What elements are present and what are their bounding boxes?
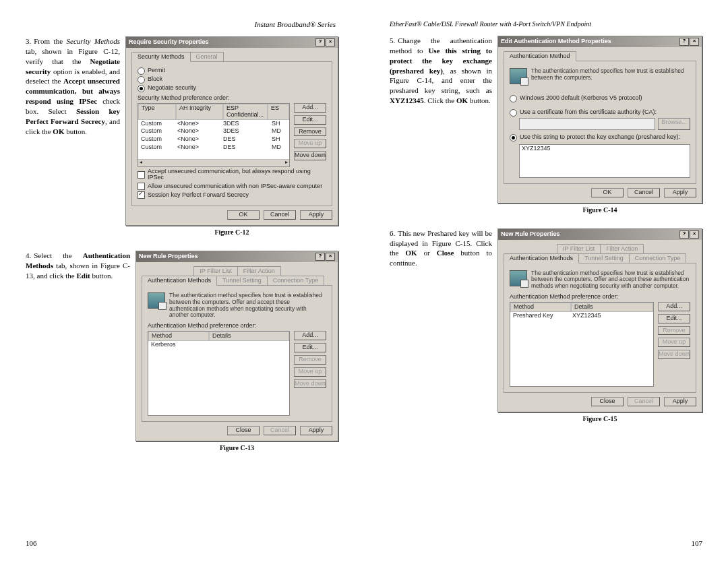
header-right: EtherFast® Cable/DSL Firewall Router wit… (390, 20, 702, 28)
radio-preshared[interactable]: Use this string to protect the key excha… (510, 134, 690, 142)
header-left: Instant Broadband® Series (26, 20, 338, 28)
move-down-button[interactable]: Move down (294, 379, 326, 389)
preshared-key-field[interactable]: XYZ12345 (519, 144, 690, 178)
help-icon[interactable]: ? (679, 38, 689, 46)
check-allow-nonipsec[interactable]: Allow unsecured communication with non I… (138, 183, 326, 190)
add-button[interactable]: Add... (294, 103, 326, 113)
apply-button[interactable]: Apply (664, 188, 696, 197)
page-spread: Instant Broadband® Series 3.From the Sec… (0, 0, 728, 562)
auth-methods-list[interactable]: Method Details Preshared KeyXYZ12345 (510, 302, 654, 387)
figure-c14-caption: Figure C-14 (497, 206, 702, 214)
tab-security-methods[interactable]: Security Methods (131, 52, 191, 62)
close-icon[interactable]: × (326, 253, 335, 261)
step-3-text: 3.From the Security Methods tab, shown i… (26, 36, 120, 241)
pref-order-label: Security Method preference order: (138, 95, 326, 102)
edit-button[interactable]: Edit... (294, 343, 326, 352)
radio-certificate[interactable]: Use a certificate from this certificate … (510, 109, 690, 117)
edit-button[interactable]: Edit... (294, 115, 326, 125)
radio-negotiate[interactable]: Negotiate security (138, 85, 326, 92)
radio-permit[interactable]: Permit (138, 67, 326, 75)
tab-filter-action[interactable]: Filter Action (237, 266, 281, 276)
check-accept-unsecured[interactable]: Accept unsecured communication, but alwa… (138, 168, 326, 182)
ca-path-field[interactable] (519, 118, 655, 130)
step-4-text: 4.Select the Authentication Methods tab,… (26, 251, 130, 457)
step-5: 5.Change the authentication method to Us… (390, 36, 702, 219)
remove-button[interactable]: Remove (658, 326, 690, 336)
step-3-num: 3. (26, 37, 31, 45)
ok-button[interactable]: OK (227, 210, 260, 220)
step-4: 4.Select the Authentication Methods tab,… (26, 251, 338, 457)
tab-ip-filter[interactable]: IP Filter List (557, 244, 601, 254)
tab-conn-type[interactable]: Connection Type (629, 253, 686, 263)
remove-button[interactable]: Remove (294, 127, 326, 137)
apply-button[interactable]: Apply (300, 210, 332, 220)
cancel-button[interactable]: Cancel (264, 426, 296, 435)
table-row: Custom<None>3DESSH (138, 120, 289, 128)
table-row: Custom<None>DESSH (138, 135, 289, 144)
table-row: Kerberos (148, 341, 289, 349)
table-row: Preshared KeyXYZ12345 (510, 312, 653, 320)
tab-tunnel[interactable]: Tunnel Setting (578, 253, 630, 263)
ok-button[interactable]: OK (591, 188, 624, 197)
help-icon[interactable]: ? (315, 253, 325, 261)
table-row: Custom<None>DESMD (138, 144, 289, 152)
figure-c13-block: New Rule Properties ? × IP Filter List F… (135, 251, 338, 457)
dialog-new-rule-c15: New Rule Properties ? × IP Filter List F… (497, 228, 702, 412)
tab-ip-filter[interactable]: IP Filter List (193, 266, 237, 276)
tab-filter-action[interactable]: Filter Action (600, 244, 644, 254)
close-icon[interactable]: × (326, 38, 335, 46)
add-button[interactable]: Add... (294, 331, 326, 340)
page-number-right: 107 (692, 539, 703, 547)
dialog-require-security: Require Security Properties ? × Security… (125, 36, 338, 226)
radio-kerberos[interactable]: Windows 2000 default (Kerberos V5 protoc… (510, 95, 690, 102)
dialog-new-rule-c13: New Rule Properties ? × IP Filter List F… (135, 251, 338, 441)
table-row: Custom<None>3DESMD (138, 127, 289, 135)
move-up-button[interactable]: Move up (294, 139, 326, 148)
move-up-button[interactable]: Move up (658, 338, 690, 347)
page-number-left: 106 (26, 539, 37, 547)
step-6: 6.This new Preshared key will be display… (390, 228, 702, 428)
tab-general[interactable]: General (190, 52, 224, 62)
help-icon[interactable]: ? (679, 230, 689, 239)
dialog-edit-auth-method: Edit Authentication Method Properties ? … (497, 36, 702, 204)
tab-conn-type[interactable]: Connection Type (267, 276, 324, 286)
move-down-button[interactable]: Move down (294, 151, 326, 160)
cancel-button[interactable]: Cancel (628, 397, 660, 406)
auth-icon (510, 270, 527, 286)
move-up-button[interactable]: Move up (294, 367, 326, 377)
radio-block[interactable]: Block (138, 76, 326, 84)
auth-icon (510, 68, 527, 84)
auth-icon (148, 292, 165, 309)
step-6-text: 6.This new Preshared key will be display… (390, 228, 492, 428)
edit-button[interactable]: Edit... (658, 314, 690, 323)
tab-auth-methods[interactable]: Authentication Methods (142, 276, 217, 286)
add-button[interactable]: Add... (658, 302, 690, 311)
cancel-button[interactable]: Cancel (628, 188, 660, 197)
tab-auth-methods[interactable]: Authentication Methods (504, 253, 579, 263)
cancel-button[interactable]: Cancel (264, 210, 296, 220)
security-methods-list[interactable]: Type AH Integrity ESP Confidential... ES… (138, 103, 290, 167)
close-button[interactable]: Close (227, 426, 260, 435)
browse-button[interactable]: Browse... (658, 118, 690, 130)
figure-c14-block: Edit Authentication Method Properties ? … (497, 36, 702, 219)
figure-c15-caption: Figure C-15 (497, 415, 702, 423)
auth-methods-list[interactable]: Method Details Kerberos (148, 331, 290, 416)
close-icon[interactable]: × (690, 38, 699, 46)
help-icon[interactable]: ? (315, 38, 325, 46)
remove-button[interactable]: Remove (294, 355, 326, 365)
tab-auth-method[interactable]: Authentication Method (504, 51, 576, 61)
page-left: Instant Broadband® Series 3.From the Sec… (0, 0, 364, 562)
move-down-button[interactable]: Move down (658, 350, 690, 359)
close-button[interactable]: Close (591, 397, 624, 406)
figure-c12-block: Require Security Properties ? × Security… (125, 36, 338, 241)
tab-tunnel[interactable]: Tunnel Setting (216, 276, 268, 286)
step-5-text: 5.Change the authentication method to Us… (390, 36, 492, 219)
dialog-title: Require Security Properties ? × (126, 37, 338, 48)
apply-button[interactable]: Apply (664, 397, 696, 406)
page-right: EtherFast® Cable/DSL Firewall Router wit… (364, 0, 728, 562)
apply-button[interactable]: Apply (300, 426, 332, 435)
step-3: 3.From the Security Methods tab, shown i… (26, 36, 338, 241)
close-icon[interactable]: × (690, 230, 699, 239)
check-pfs[interactable]: Session key Perfect Forward Secrecy (138, 191, 326, 199)
figure-c15-block: New Rule Properties ? × IP Filter List F… (497, 228, 702, 428)
